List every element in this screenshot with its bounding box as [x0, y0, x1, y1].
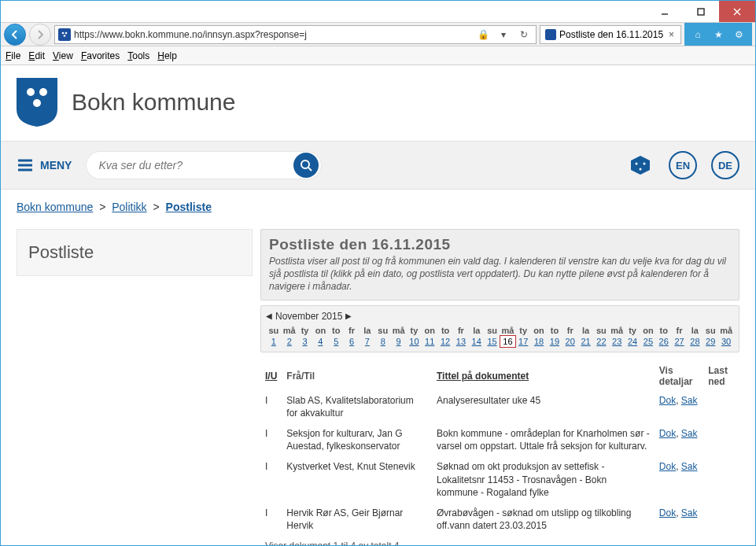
- close-button[interactable]: [719, 1, 755, 22]
- cal-day-23[interactable]: 23: [609, 336, 625, 347]
- cal-day-18[interactable]: 18: [531, 336, 547, 347]
- cell-iu: I: [260, 423, 282, 456]
- menu-file[interactable]: File: [6, 50, 20, 61]
- cal-day-15[interactable]: 15: [485, 336, 500, 347]
- cell-iu: I: [260, 503, 282, 536]
- menu-help[interactable]: Help: [157, 50, 177, 61]
- nav-back-button[interactable]: [4, 24, 26, 46]
- cal-next-icon[interactable]: ▶: [345, 312, 352, 320]
- cal-day-10[interactable]: 10: [407, 336, 422, 347]
- tab-close-icon[interactable]: ×: [667, 29, 676, 40]
- cell-from: Hervik Rør AS, Geir Bjørnar Hervik: [282, 503, 432, 536]
- link-dok[interactable]: Dok: [659, 428, 676, 439]
- cal-dow: on: [313, 325, 329, 336]
- address-url: https://www.bokn.kommune.no/innsyn.aspx?…: [74, 29, 471, 40]
- cal-day-5[interactable]: 5: [328, 336, 344, 347]
- cal-day-16[interactable]: 16: [500, 336, 516, 347]
- cal-day-21[interactable]: 21: [578, 336, 594, 347]
- cal-day-20[interactable]: 20: [562, 336, 578, 347]
- col-title[interactable]: Tittel på dokumentet: [432, 362, 655, 390]
- cal-dow: fr: [562, 325, 578, 336]
- cal-dow: on: [531, 325, 547, 336]
- cal-day-1[interactable]: 1: [266, 336, 282, 347]
- menu-toggle[interactable]: MENY: [17, 157, 72, 174]
- home-icon[interactable]: ⌂: [691, 28, 705, 42]
- link-sak[interactable]: Sak: [681, 428, 698, 439]
- crumb-home[interactable]: Bokn kommune: [17, 201, 93, 213]
- cal-day-9[interactable]: 9: [391, 336, 407, 347]
- cal-day-8[interactable]: 8: [375, 336, 391, 347]
- link-dok[interactable]: Dok: [659, 461, 676, 472]
- addr-dropdown-icon[interactable]: ▾: [495, 26, 512, 43]
- cal-day-27[interactable]: 27: [672, 336, 688, 347]
- cal-day-26[interactable]: 26: [656, 336, 672, 347]
- pager-text: Viser dokument 1 til 4 av totalt 4.: [260, 536, 739, 545]
- ssl-lock-icon[interactable]: 🔒: [474, 26, 492, 43]
- cal-day-2[interactable]: 2: [282, 336, 297, 347]
- menu-edit[interactable]: Edit: [28, 50, 45, 61]
- favorites-icon[interactable]: ★: [711, 28, 725, 42]
- menu-view[interactable]: View: [53, 50, 73, 61]
- calendar: ◀ November 2015 ▶ sumåtyontofrlasumåtyon…: [260, 305, 739, 352]
- panel-title: Postliste den 16.11.2015: [269, 236, 731, 253]
- link-sak[interactable]: Sak: [681, 507, 698, 518]
- cal-dow: fr: [453, 325, 469, 336]
- link-dok[interactable]: Dok: [659, 395, 676, 406]
- crumb-current[interactable]: Postliste: [166, 201, 212, 213]
- menu-tools[interactable]: Tools: [127, 50, 149, 61]
- window-titlebar: [1, 1, 755, 23]
- svg-point-16: [636, 163, 638, 165]
- cal-day-30[interactable]: 30: [718, 336, 734, 347]
- cell-title: Søknad om okt produksjon av settefisk - …: [432, 456, 655, 503]
- link-dok[interactable]: Dok: [659, 507, 676, 518]
- cal-day-4[interactable]: 4: [313, 336, 329, 347]
- cal-day-24[interactable]: 24: [625, 336, 640, 347]
- cal-day-7[interactable]: 7: [360, 336, 375, 347]
- cal-day-29[interactable]: 29: [703, 336, 718, 347]
- col-from: Frå/Til: [282, 362, 432, 390]
- page-viewport[interactable]: Bokn kommune MENY: [1, 65, 755, 545]
- lang-de-button[interactable]: DE: [711, 151, 739, 179]
- search-input[interactable]: [98, 159, 293, 172]
- cal-day-19[interactable]: 19: [547, 336, 562, 347]
- page-heading: Postliste: [17, 229, 253, 276]
- cal-day-28[interactable]: 28: [688, 336, 703, 347]
- cal-day-3[interactable]: 3: [297, 336, 313, 347]
- search-button[interactable]: [293, 153, 319, 178]
- cal-day-12[interactable]: 12: [437, 336, 453, 347]
- site-header: Bokn kommune: [1, 65, 755, 141]
- maximize-button[interactable]: [683, 1, 719, 22]
- site-title: Bokn kommune: [72, 89, 235, 116]
- cal-dow: må: [609, 325, 625, 336]
- cal-day-14[interactable]: 14: [469, 336, 485, 347]
- minimize-button[interactable]: [647, 1, 683, 22]
- refresh-icon[interactable]: ↻: [515, 26, 533, 43]
- cell-from: Seksjon for kulturarv, Jan G Auestad, fy…: [282, 423, 432, 456]
- cal-day-6[interactable]: 6: [344, 336, 360, 347]
- cal-dow: ty: [625, 325, 640, 336]
- cal-day-25[interactable]: 25: [640, 336, 656, 347]
- cal-dow: må: [500, 325, 516, 336]
- lang-en-button[interactable]: EN: [669, 151, 697, 179]
- col-details: Vis detaljar: [655, 362, 703, 390]
- cal-prev-icon[interactable]: ◀: [266, 312, 272, 320]
- table-row: ISlab AS, Kvalitetslaboratorium for akva…: [260, 390, 739, 423]
- svg-point-8: [39, 88, 47, 96]
- menu-favorites[interactable]: Favorites: [81, 50, 120, 61]
- readspeaker-button[interactable]: [626, 151, 655, 179]
- cal-day-11[interactable]: 11: [422, 336, 437, 347]
- address-bar[interactable]: https://www.bokn.kommune.no/innsyn.aspx?…: [54, 25, 537, 44]
- link-sak[interactable]: Sak: [681, 461, 698, 472]
- settings-gear-icon[interactable]: ⚙: [732, 28, 746, 42]
- cal-day-13[interactable]: 13: [453, 336, 469, 347]
- svg-marker-15: [631, 156, 650, 175]
- cal-dow: on: [422, 325, 437, 336]
- cal-day-17[interactable]: 17: [515, 336, 531, 347]
- browser-tab[interactable]: Postliste den 16.11.2015 - B... ×: [540, 25, 681, 44]
- crumb-section[interactable]: Politikk: [112, 201, 146, 213]
- cal-day-22[interactable]: 22: [594, 336, 610, 347]
- nav-forward-button[interactable]: [29, 24, 51, 46]
- cal-month-label: November 2015: [275, 311, 342, 322]
- col-iu[interactable]: I/U: [260, 362, 282, 390]
- link-sak[interactable]: Sak: [681, 395, 698, 406]
